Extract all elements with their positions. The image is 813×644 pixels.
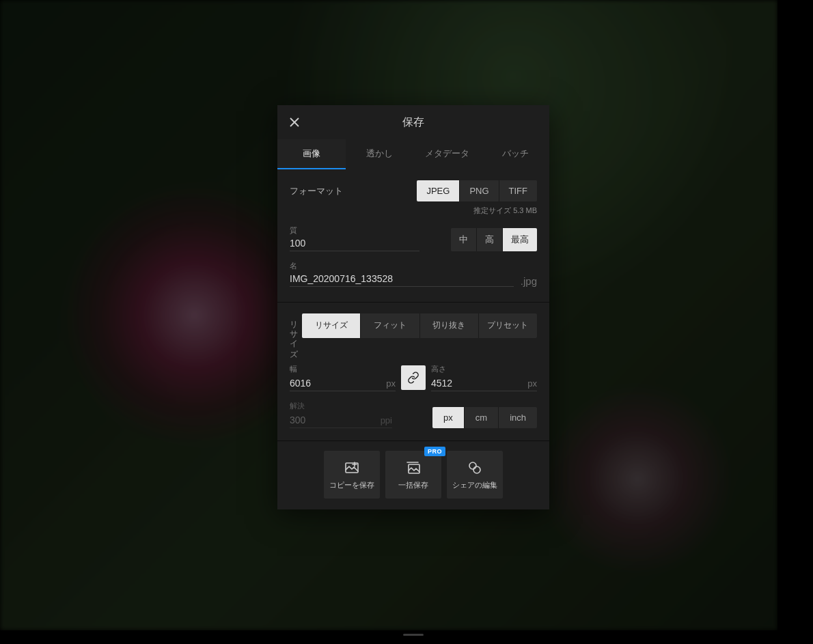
share-edit-button[interactable]: シェアの編集	[447, 451, 503, 499]
format-tiff-button[interactable]: TIFF	[499, 180, 537, 201]
quality-label: 質	[290, 225, 419, 236]
width-field: 幅 px	[290, 364, 396, 391]
batch-save-icon	[405, 460, 422, 476]
format-button-group: JPEG PNG TIFF	[417, 180, 537, 201]
width-label: 幅	[290, 364, 396, 374]
tab-image[interactable]: 画像	[277, 139, 346, 169]
tab-batch[interactable]: バッチ	[482, 139, 550, 169]
tab-watermark[interactable]: 透かし	[346, 139, 414, 169]
height-unit: px	[527, 378, 537, 389]
pro-badge: PRO	[424, 447, 445, 456]
estimated-size-label: 推定サイズ 5.3 MB	[290, 206, 537, 216]
height-label: 高さ	[431, 364, 537, 374]
quality-medium-button[interactable]: 中	[451, 228, 476, 251]
quality-input[interactable]	[290, 236, 419, 251]
filename-input[interactable]	[290, 271, 514, 287]
aspect-lock-button[interactable]	[401, 365, 426, 390]
filename-label: 名	[290, 261, 514, 271]
filename-extension: .jpg	[514, 275, 537, 287]
batch-save-button[interactable]: PRO 一括保存	[385, 451, 441, 499]
save-dialog: 保存 画像 透かし メタデータ バッチ フォーマット JPEG PNG TIFF…	[277, 105, 549, 509]
quality-button-group: 中 高 最高	[451, 228, 537, 251]
save-copy-button[interactable]: コピーを保存	[324, 451, 380, 499]
unit-inch-button[interactable]: inch	[498, 407, 537, 428]
unit-cm-button[interactable]: cm	[464, 407, 498, 428]
resize-mode-preset-label: プリセット	[487, 321, 528, 330]
resolution-field: 解決 ppi	[290, 401, 392, 428]
quality-best-button[interactable]: 最高	[502, 228, 537, 251]
quality-high-button[interactable]: 高	[476, 228, 502, 251]
format-jpeg-button[interactable]: JPEG	[417, 180, 459, 201]
resolution-unit: ppi	[381, 415, 392, 425]
dialog-actions: コピーを保存 PRO 一括保存 シェアの編集	[277, 440, 549, 509]
app-right-bar	[777, 0, 813, 644]
section-resize: リサイズ リサイズ フィット 切り抜き プリセット 幅 px 高さ	[277, 302, 549, 440]
format-label: フォーマット	[290, 185, 343, 197]
width-input[interactable]	[290, 376, 396, 391]
close-icon	[289, 117, 300, 128]
save-copy-icon	[344, 460, 360, 476]
resize-mode-crop-label: 切り抜き	[432, 321, 465, 330]
app-bottom-bar	[0, 630, 813, 644]
dialog-title: 保存	[402, 115, 424, 130]
dialog-header: 保存	[277, 105, 549, 139]
unit-button-group: px cm inch	[432, 407, 537, 428]
resize-mode-resize-label: リサイズ	[315, 321, 348, 330]
share-edit-icon	[467, 460, 483, 476]
format-png-button[interactable]: PNG	[459, 180, 498, 201]
resolution-label: 解決	[290, 401, 392, 411]
unit-px-button[interactable]: px	[432, 407, 464, 428]
section-format: フォーマット JPEG PNG TIFF 推定サイズ 5.3 MB 質 中 高 …	[277, 169, 549, 302]
resolution-input	[290, 412, 392, 428]
link-icon	[407, 372, 419, 384]
batch-save-label: 一括保存	[398, 480, 428, 490]
resize-mode-resize[interactable]: リサイズ	[302, 313, 360, 338]
tab-metadata[interactable]: メタデータ	[413, 139, 482, 169]
resize-label: リサイズ	[290, 315, 299, 353]
height-field: 高さ px	[431, 364, 537, 391]
svg-point-7	[473, 466, 480, 473]
resize-mode-preset[interactable]: プリセット	[478, 313, 537, 338]
save-copy-label: コピーを保存	[329, 480, 374, 490]
close-button[interactable]	[287, 115, 302, 130]
resize-mode-fit[interactable]: フィット	[360, 313, 419, 338]
svg-point-6	[469, 462, 476, 469]
width-unit: px	[386, 378, 396, 389]
quality-field: 質	[290, 225, 419, 251]
resize-mode-fit-label: フィット	[374, 321, 406, 330]
resize-mode-group: リサイズ フィット 切り抜き プリセット	[302, 313, 537, 338]
bottom-drag-handle[interactable]	[403, 634, 424, 636]
share-edit-label: シェアの編集	[452, 480, 497, 490]
dialog-tabs: 画像 透かし メタデータ バッチ	[277, 139, 549, 169]
height-input[interactable]	[431, 376, 537, 391]
resize-mode-crop[interactable]: 切り抜き	[419, 313, 478, 338]
filename-field: 名	[290, 261, 514, 287]
